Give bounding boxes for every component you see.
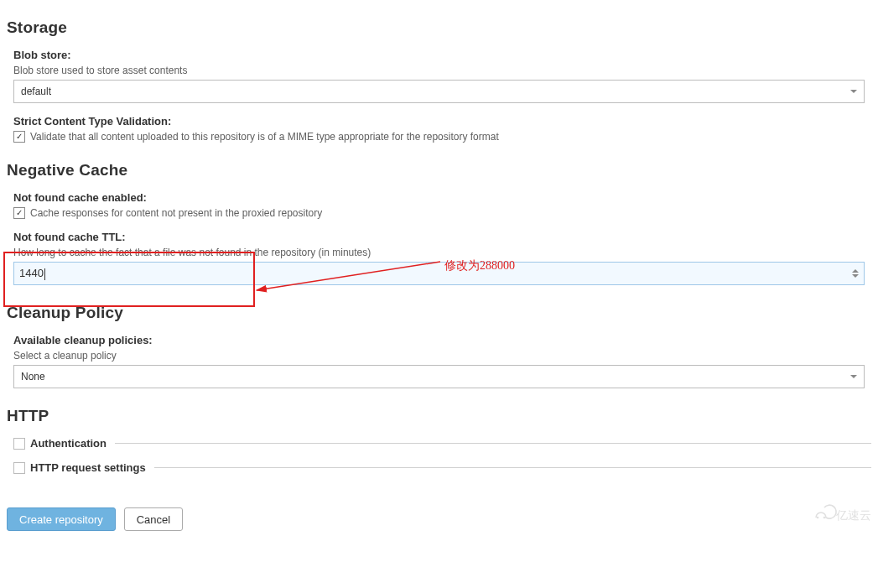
chevron-down-icon (850, 375, 857, 378)
cleanup-policy-select[interactable]: None (13, 365, 865, 388)
blob-store-help: Blob store used to store asset contents (13, 65, 871, 76)
svg-point-2 (823, 517, 826, 519)
create-repository-button[interactable]: Create repository (7, 507, 116, 531)
http-request-settings-checkbox[interactable] (13, 462, 25, 474)
button-row: Create repository Cancel (7, 507, 871, 531)
blob-store-label: Blob store: (13, 49, 871, 61)
nf-cache-ttl-help: How long to cache the fact that a file w… (13, 247, 871, 258)
http-authentication-row[interactable]: Authentication (13, 437, 871, 450)
nf-cache-ttl-input[interactable]: 1440 (13, 262, 865, 285)
http-request-settings-label: HTTP request settings (30, 461, 146, 474)
svg-point-1 (817, 517, 819, 519)
cleanup-available-help: Select a cleanup policy (13, 350, 871, 362)
strict-validation-checkbox[interactable]: ✓ (13, 131, 25, 143)
http-section-title: HTTP (7, 407, 871, 425)
watermark-logo: 亿速云 (811, 502, 873, 526)
nf-cache-enabled-checkbox[interactable]: ✓ (13, 207, 25, 219)
cleanup-section-title: Cleanup Policy (7, 304, 871, 322)
chevron-down-icon (850, 90, 857, 93)
http-authentication-label: Authentication (30, 437, 107, 450)
strict-validation-text: Validate that all content uploaded to th… (30, 131, 499, 143)
negative-cache-section-title: Negative Cache (7, 161, 871, 180)
cleanup-available-label: Available cleanup policies: (13, 334, 871, 346)
nf-cache-enabled-label: Not found cache enabled: (13, 191, 871, 204)
blob-store-value: default (21, 86, 51, 97)
annotation-text: 修改为288000 (444, 258, 515, 273)
http-request-settings-row[interactable]: HTTP request settings (13, 461, 871, 474)
cleanup-policy-value: None (21, 371, 45, 382)
strict-validation-label: Strict Content Type Validation: (13, 115, 871, 127)
nf-cache-ttl-value: 1440 (19, 267, 44, 279)
nf-cache-ttl-label: Not found cache TTL: (13, 231, 871, 243)
svg-text:亿速云: 亿速云 (835, 509, 871, 522)
blob-store-select[interactable]: default (13, 80, 865, 103)
nf-cache-enabled-text: Cache responses for content not present … (30, 207, 322, 219)
number-spinner-icon[interactable] (852, 269, 859, 278)
divider-line (115, 443, 871, 444)
divider-line (154, 467, 871, 468)
cancel-button[interactable]: Cancel (124, 507, 183, 531)
http-authentication-checkbox[interactable] (13, 438, 25, 450)
storage-section-title: Storage (7, 18, 871, 37)
